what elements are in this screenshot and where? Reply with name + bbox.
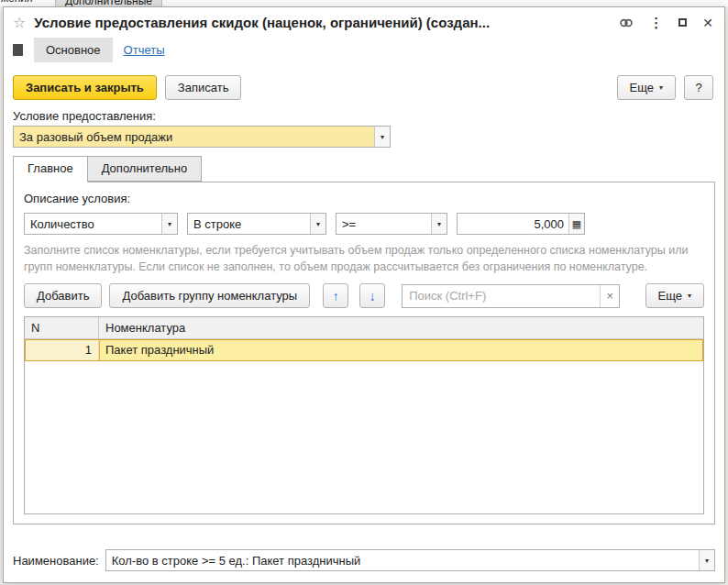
- quantity-value: Количество: [25, 214, 161, 234]
- scope-select[interactable]: В строке ▾: [187, 213, 326, 235]
- amount-field-wrap: ▦: [457, 213, 585, 235]
- close-icon[interactable]: ✕: [702, 17, 713, 29]
- name-dropdown-icon[interactable]: ▾: [699, 550, 714, 570]
- quantity-select[interactable]: Количество ▾: [24, 213, 178, 235]
- maximize-icon[interactable]: [678, 18, 687, 27]
- main-tab-panel: Описание условия: Количество ▾ В строке …: [13, 182, 715, 524]
- tab-main[interactable]: Главное: [13, 156, 88, 182]
- tab-additional[interactable]: Дополнительно: [88, 156, 203, 182]
- maximize-glyph: [678, 18, 687, 27]
- form-navigation: Основное Отчеты: [4, 35, 724, 70]
- condition-type-label: Условие предоставления:: [4, 108, 724, 126]
- name-value: Кол-во в строке >= 5 ед.: Пакет празднич…: [106, 550, 699, 570]
- list-command-bar: Добавить Добавить группу номенклатуры ↑ …: [24, 283, 704, 308]
- command-bar: Записать и закрыть Записать Еще ▾ ?: [4, 70, 724, 108]
- table-empty-area: [25, 361, 703, 513]
- save-and-close-button[interactable]: Записать и закрыть: [13, 75, 157, 100]
- name-field-row: Наименование: Кол-во в строке >= 5 ед.: …: [4, 540, 724, 582]
- reorder-buttons: ↑ ↓: [323, 283, 385, 308]
- save-button[interactable]: Записать: [165, 75, 242, 100]
- help-button[interactable]: ?: [684, 75, 713, 100]
- discount-condition-window: ☆ Условие предоставления скидок (наценок…: [3, 6, 725, 583]
- condition-type-dropdown-icon[interactable]: ▾: [374, 127, 390, 147]
- search-field: ×: [402, 284, 620, 308]
- nomenclature-hint-text: Заполните список номенклатуры, если треб…: [24, 243, 704, 275]
- comparison-select[interactable]: >= ▾: [336, 213, 447, 235]
- favorite-star-icon[interactable]: ☆: [13, 16, 26, 30]
- comparison-value: >=: [336, 214, 431, 234]
- window-title: Условие предоставления скидок (наценок, …: [34, 15, 611, 30]
- row-nomenclature-cell[interactable]: Пакет праздничный: [99, 339, 703, 361]
- condition-fields-row: Количество ▾ В строке ▾ >= ▾ ▦: [24, 213, 704, 235]
- page-tabs: Главное Дополнительно: [4, 148, 724, 182]
- row-number-cell: 1: [25, 339, 99, 361]
- chevron-down-icon: ▾: [659, 83, 663, 92]
- move-up-icon[interactable]: ↑: [323, 283, 348, 308]
- add-group-button[interactable]: Добавить группу номенклатуры: [109, 283, 310, 308]
- column-header-n[interactable]: N: [25, 317, 99, 338]
- condition-description-label: Описание условия:: [24, 192, 704, 205]
- quantity-dropdown-icon[interactable]: ▾: [161, 214, 177, 234]
- search-clear-icon[interactable]: ×: [600, 285, 619, 307]
- list-more-label: Еще: [658, 289, 682, 303]
- amount-input[interactable]: [458, 214, 568, 234]
- name-label: Наименование:: [13, 554, 99, 568]
- name-select[interactable]: Кол-во в строке >= 5 ед.: Пакет празднич…: [105, 549, 715, 571]
- titlebar: ☆ Условие предоставления скидок (наценок…: [4, 7, 724, 35]
- more-commands-kebab-icon[interactable]: ⋮: [649, 16, 663, 29]
- nav-item-reports-link[interactable]: Отчеты: [124, 43, 165, 57]
- condition-type-value: За разовый объем продажи: [14, 127, 374, 147]
- add-button[interactable]: Добавить: [24, 283, 102, 308]
- chevron-down-icon: ▾: [688, 292, 691, 300]
- scope-dropdown-icon[interactable]: ▾: [310, 214, 325, 234]
- nav-panel-icon[interactable]: [13, 44, 23, 56]
- get-link-icon[interactable]: [619, 17, 634, 29]
- list-more-button[interactable]: Еще ▾: [645, 283, 704, 308]
- background-window-strip: жения Дополнительные: [0, 0, 728, 6]
- nomenclature-table: N Номенклатура 1 Пакет праздничный: [24, 316, 704, 514]
- calculator-icon[interactable]: ▦: [568, 214, 584, 234]
- table-row[interactable]: 1 Пакет праздничный: [25, 339, 703, 361]
- comparison-dropdown-icon[interactable]: ▾: [431, 214, 447, 234]
- more-button[interactable]: Еще ▾: [617, 75, 676, 100]
- window-controls: ⋮ ✕: [619, 16, 713, 29]
- nav-item-main[interactable]: Основное: [34, 38, 113, 62]
- scope-value: В строке: [188, 214, 310, 234]
- search-input[interactable]: [403, 285, 600, 307]
- background-tab-fragment: Дополнительные: [55, 0, 162, 6]
- table-header-row: N Номенклатура: [25, 317, 703, 339]
- move-down-icon[interactable]: ↓: [359, 283, 385, 308]
- background-text-fragment: жения: [1, 0, 33, 5]
- more-button-label: Еще: [630, 81, 654, 94]
- column-header-nomenclature[interactable]: Номенклатура: [99, 317, 703, 338]
- condition-type-select[interactable]: За разовый объем продажи ▾: [13, 126, 391, 148]
